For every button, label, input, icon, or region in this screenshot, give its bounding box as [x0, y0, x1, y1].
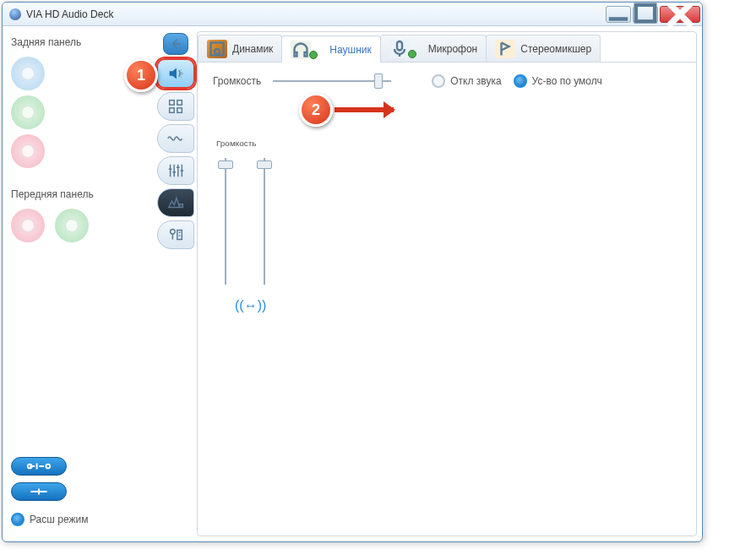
stereo-mixer-icon [495, 40, 515, 58]
svg-point-2 [46, 465, 50, 469]
tab-microphone[interactable]: Микрофон [380, 35, 487, 62]
default-device-toggle[interactable]: Ус-во по умолч [514, 74, 602, 88]
category-bar: 1 [155, 26, 197, 541]
channel-volume-label: Громкость [216, 139, 681, 148]
room-correction-button[interactable] [157, 220, 194, 249]
master-volume-slider[interactable] [273, 75, 391, 87]
tab-stereo-mixer[interactable]: Стереомикшер [486, 35, 601, 62]
svg-point-1 [28, 465, 32, 469]
rear-port-green[interactable] [11, 95, 45, 129]
equalizer-button[interactable] [157, 156, 194, 185]
connector-config-button[interactable] [11, 457, 67, 476]
tab-headphone-label: Наушник [329, 44, 371, 56]
svg-rect-3 [170, 101, 175, 106]
headphone-icon [291, 41, 311, 59]
rear-port-pink[interactable] [11, 134, 45, 168]
advanced-mode-toggle[interactable]: Расш режим [11, 513, 88, 526]
front-port-pink[interactable] [11, 209, 45, 242]
svg-rect-6 [177, 108, 182, 112]
svg-rect-0 [636, 4, 655, 21]
mute-toggle[interactable]: Откл звука [432, 74, 501, 88]
svg-rect-10 [397, 41, 402, 51]
status-ok-icon [309, 51, 318, 59]
front-port-green[interactable] [55, 209, 89, 242]
annotation-arrow [335, 107, 394, 112]
link-channels-button[interactable]: ((↔)) [235, 298, 681, 313]
svg-point-9 [215, 49, 220, 54]
radio-on-icon [514, 74, 527, 88]
default-device-label: Ус-во по умолч [532, 75, 602, 87]
svg-rect-4 [177, 101, 182, 106]
titlebar[interactable]: VIA HD Audio Deck [3, 3, 702, 26]
right-channel-slider[interactable] [257, 158, 272, 285]
status-ok-icon [408, 50, 416, 58]
app-window: VIA HD Audio Deck Задняя панель Передняя… [2, 2, 703, 542]
volume-category-button[interactable] [156, 58, 195, 89]
left-panel: Задняя панель Передняя панель [3, 26, 155, 541]
advanced-mode-label: Расш режим [30, 514, 88, 525]
annotation-callout-2: 2 [299, 93, 333, 127]
radio-off-icon [432, 74, 445, 88]
maximize-button[interactable] [633, 6, 658, 23]
advanced-mode-icon [11, 513, 24, 526]
bass-button[interactable] [157, 124, 194, 153]
speaker-icon [207, 40, 227, 58]
svg-rect-5 [170, 108, 175, 112]
left-channel-slider[interactable] [218, 158, 233, 285]
tab-headphone[interactable]: Наушник [281, 35, 380, 63]
minimize-button[interactable] [606, 6, 631, 23]
undo-button[interactable] [163, 33, 188, 55]
info-button[interactable] [11, 482, 67, 501]
master-volume-label: Громкость [213, 75, 261, 87]
front-panel-label: Передняя панель [11, 188, 94, 200]
rear-panel-label: Задняя панель [11, 36, 81, 48]
tab-bar: Динамик Наушник Микрофон [198, 32, 696, 63]
mute-label: Откл звука [450, 75, 501, 87]
tab-mixer-label: Стереомикшер [520, 43, 591, 55]
app-icon [9, 8, 21, 20]
tab-mic-label: Микрофон [428, 43, 477, 55]
rear-port-blue[interactable] [11, 57, 45, 90]
microphone-icon [389, 40, 410, 58]
main-panel: Динамик Наушник Микрофон [197, 31, 697, 536]
speaker-config-button[interactable] [157, 92, 194, 121]
close-button[interactable] [660, 6, 700, 23]
window-title: VIA HD Audio Deck [26, 8, 604, 20]
tab-speaker[interactable]: Динамик [198, 35, 282, 62]
svg-point-7 [171, 230, 176, 235]
environment-button[interactable] [157, 188, 194, 217]
tab-speaker-label: Динамик [232, 43, 273, 55]
